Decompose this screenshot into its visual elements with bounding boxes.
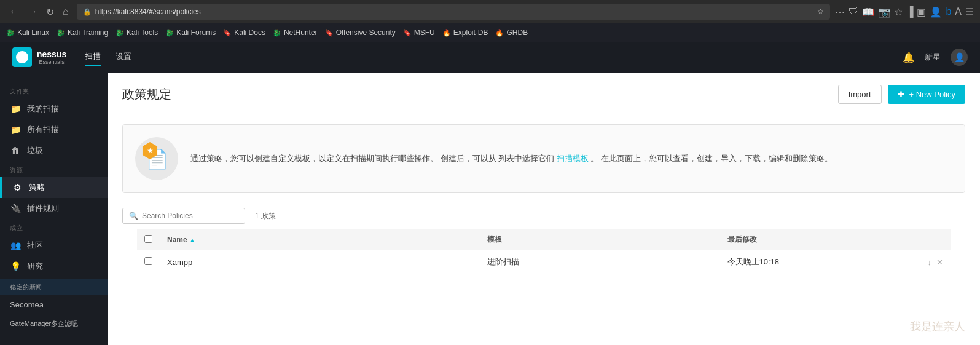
sidebar-item-secomea[interactable]: Secomea	[0, 295, 108, 314]
plus-icon: ✚	[898, 90, 904, 99]
bookmark-kali-training-label: Kali Training	[68, 28, 108, 37]
sidebar-item-trash[interactable]: 🗑 垃圾	[0, 140, 108, 161]
bookmark-msfu-label: MSFU	[414, 28, 435, 37]
bookmarks-bar: 🐉 Kali Linux 🐉 Kali Training 🐉 Kali Tool…	[0, 23, 980, 42]
sidebar-item-community[interactable]: 👥 社区	[0, 235, 108, 256]
browser-action-buttons: ⋯ 🛡 📖 📷 ☆ ▐ ▣ 👤 b A ☰	[835, 6, 974, 18]
account-icon[interactable]: 👤	[930, 6, 942, 18]
app-header-right: 🔔 新星 👤	[903, 49, 968, 66]
table-header-row: Name ▲ 模板 最后修改	[137, 229, 951, 250]
url-text: https://kali:8834/#/scans/policies	[95, 7, 813, 16]
sidebar-item-all-scans[interactable]: 📁 所有扫描	[0, 119, 108, 140]
bell-icon[interactable]: 🔔	[903, 52, 915, 63]
sidebar-section-community: 成立	[0, 219, 108, 235]
sidebar-item-policies[interactable]: ⚙ 策略	[0, 177, 108, 198]
search-input[interactable]	[142, 212, 238, 220]
policy-name[interactable]: Xampp	[167, 258, 192, 267]
msfu-icon: 🔖	[403, 29, 412, 37]
trash-icon: 🗑	[10, 146, 21, 156]
sidebar: 文件夹 📁 我的扫描 📁 所有扫描 🗑 垃圾 资源 ⚙ 策略 🔌 插件规则 成立…	[0, 73, 108, 345]
kali-training-icon: 🐉	[57, 29, 65, 37]
download-icon[interactable]: ↓	[928, 258, 932, 267]
forward-button[interactable]: →	[25, 5, 41, 18]
search-box[interactable]: 🔍	[122, 208, 245, 224]
name-col-label: Name	[167, 236, 187, 244]
sidebar-section-files: 文件夹	[0, 82, 108, 98]
bookmark-kali-training[interactable]: 🐉 Kali Training	[57, 28, 108, 37]
bookmark-kali-tools[interactable]: 🐉 Kali Tools	[116, 28, 158, 37]
nessus-logo-text-block: nessus Essentials	[37, 49, 66, 65]
kali-forums-icon: 🐉	[165, 29, 174, 37]
nethunter-icon: 🐉	[273, 29, 281, 37]
sidebar-trash-label: 垃圾	[27, 145, 43, 156]
tabs-icon[interactable]: ▣	[917, 6, 926, 18]
bookmark-exploit-db[interactable]: 🔥 Exploit-DB	[442, 28, 488, 37]
avatar[interactable]: 👤	[951, 49, 968, 66]
app-nav: 扫描 设置	[85, 49, 131, 66]
home-button[interactable]: ⌂	[60, 5, 72, 18]
scan-template-link[interactable]: 扫描模板	[557, 154, 589, 163]
bookmark-kali-docs[interactable]: 🔖 Kali Docs	[223, 28, 265, 37]
plugins-icon: 🔌	[10, 204, 21, 213]
table-controls: 🔍 1 政策	[108, 203, 980, 229]
select-all-checkbox[interactable]	[144, 235, 152, 243]
refresh-button[interactable]: ↻	[43, 5, 57, 19]
new-policy-button[interactable]: ✚ + New Policy	[888, 85, 966, 104]
camera-icon: 📷	[878, 6, 890, 18]
delete-icon[interactable]: ✕	[936, 258, 943, 267]
sidebar-secomea-label: Secomea	[10, 300, 44, 309]
sidebar-section-resources: 资源	[0, 161, 108, 177]
bookmark-msfu[interactable]: 🔖 MSFU	[403, 28, 435, 37]
bookmark-nethunter-label: NetHunter	[284, 28, 318, 37]
info-text-part2: 。 在此页面上，您可以查看，创建，导入，下载，编辑和删除策略。	[590, 154, 833, 163]
nessus-logo-icon	[12, 47, 32, 67]
sidebar-item-plugins[interactable]: 🔌 插件规则	[0, 198, 108, 219]
row-checkbox[interactable]	[144, 257, 152, 265]
bookmark-kali-forums-label: Kali Forums	[176, 28, 216, 37]
bookmark-kali-forums[interactable]: 🐉 Kali Forums	[165, 28, 216, 37]
header-name-col[interactable]: Name ▲	[160, 229, 480, 250]
policy-illustration: 📄 ★	[135, 137, 178, 180]
sidebar-community-label: 社区	[27, 240, 43, 251]
ghdb-icon: 🔥	[495, 29, 504, 37]
row-checkbox-cell	[137, 250, 160, 274]
research-icon: 💡	[10, 261, 21, 271]
bing-icon[interactable]: b	[946, 6, 951, 17]
app-logo: nessus Essentials	[12, 47, 66, 67]
all-scans-icon: 📁	[10, 125, 21, 135]
sidebar-item-research[interactable]: 💡 研究	[0, 256, 108, 277]
sidebar-item-gatemanager[interactable]: GateManager多企滤嗯	[0, 314, 108, 333]
table-row: Xampp 进阶扫描 今天晚上10:18 ↓ ✕	[137, 250, 951, 274]
info-box: 📄 ★ 通过策略，您可以创建自定义模板，以定义在扫描期间执行哪些操作。 创建后，…	[122, 124, 965, 193]
policies-icon: ⚙	[12, 183, 23, 192]
header-actions-col	[920, 229, 951, 250]
lock-icon: 🔒	[83, 8, 92, 16]
bookmark-star-icon: ☆	[817, 7, 824, 16]
header-modified-col: 最后修改	[720, 229, 920, 250]
header-template-col: 模板	[480, 229, 720, 250]
nav-scan[interactable]: 扫描	[85, 49, 101, 66]
extensions-icon[interactable]: ⋯	[835, 6, 845, 18]
back-button[interactable]: ←	[6, 5, 22, 18]
bookmark-kali-linux[interactable]: 🐉 Kali Linux	[6, 28, 49, 37]
nav-settings[interactable]: 设置	[116, 49, 131, 66]
menu-icon[interactable]: ☰	[965, 6, 974, 18]
import-button[interactable]: Import	[838, 85, 882, 104]
header-checkbox-col	[137, 229, 160, 250]
sidebar-item-my-scans[interactable]: 📁 我的扫描	[0, 98, 108, 119]
bookmark-nethunter[interactable]: 🐉 NetHunter	[273, 28, 318, 37]
circle-background: 📄	[135, 137, 178, 180]
address-bar[interactable]: 🔒 https://kali:8834/#/scans/policies ☆	[77, 4, 830, 20]
bookmark-offensive-security[interactable]: 🔖 Offensive Security	[325, 28, 396, 37]
translate-icon[interactable]: A	[955, 6, 962, 17]
star-icon[interactable]: ☆	[894, 6, 903, 18]
sidebar-icon[interactable]: ▐	[906, 6, 913, 17]
app-header: nessus Essentials 扫描 设置 🔔 新星 👤	[0, 42, 980, 73]
bookmark-exploit-db-label: Exploit-DB	[453, 28, 488, 37]
table-body: Xampp 进阶扫描 今天晚上10:18 ↓ ✕	[137, 250, 951, 274]
bookmark-kali-tools-label: Kali Tools	[127, 28, 158, 37]
bookmark-offensive-security-label: Offensive Security	[336, 28, 396, 37]
row-action-buttons: ↓ ✕	[928, 258, 944, 267]
kali-tools-icon: 🐉	[116, 29, 124, 37]
bookmark-ghdb[interactable]: 🔥 GHDB	[495, 28, 528, 37]
